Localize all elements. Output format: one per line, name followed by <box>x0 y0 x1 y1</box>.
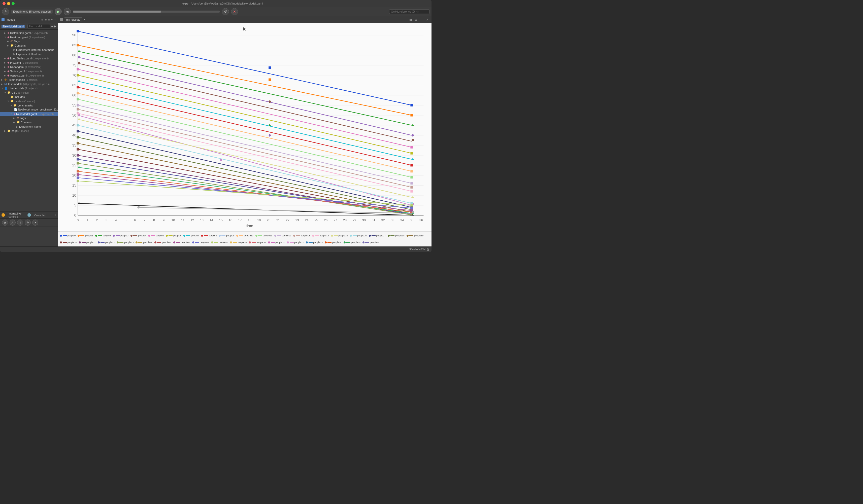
tree-item-tags[interactable]: ▶ 🏷 Tags <box>0 39 58 43</box>
tree-item-series[interactable]: ▶ ◈ Series.gaml (1 experiment) <box>0 69 58 73</box>
legend-line <box>138 242 142 243</box>
chart-container: to <box>58 23 432 231</box>
interactive-console-tab[interactable]: Interactive console <box>7 211 25 219</box>
tree-item-models-folder[interactable]: ▼ 📁 models (1 model) <box>0 99 58 103</box>
folder-icon: 📁 <box>10 95 14 99</box>
tree-item-radar[interactable]: ▶ ◈ Radar.gaml (1 experiment) <box>0 65 58 69</box>
svg-point-144 <box>138 206 140 209</box>
legend-item-people23: people23 <box>117 240 134 246</box>
display-tab[interactable]: my_display <box>64 17 83 22</box>
legend-item-people29: people29 <box>230 240 247 246</box>
legend-line <box>315 235 319 236</box>
legend-item-people36: people36 <box>362 240 379 246</box>
tree-item-exp-heatmap[interactable]: ▷ Experiment Heatmap <box>0 52 58 56</box>
maximize-button[interactable] <box>12 2 15 5</box>
tree-arrow: ▶ <box>1 79 3 81</box>
nav-fwd-btn[interactable]: ▶ <box>54 25 56 28</box>
console-icon <box>1 213 5 217</box>
tree-item-benchmarks[interactable]: ▼ 📁 benchmarks <box>0 103 58 107</box>
console-btn-a2[interactable]: A <box>10 220 16 225</box>
svg-text:25: 25 <box>72 163 76 167</box>
svg-rect-109 <box>410 182 413 184</box>
legend-line <box>409 235 413 236</box>
nav-back-btn[interactable]: ◀ <box>51 25 53 28</box>
folder-icon: 📁 <box>13 104 17 107</box>
tree-item-aspects[interactable]: ▶ ◈ Aspects.gaml (1 experiment) <box>0 73 58 78</box>
legend-item-people11: people11 <box>255 233 272 239</box>
tree-item-test-models[interactable]: ▶ ☑ Test models (20 projects, not yet ru… <box>0 82 58 86</box>
legend-item-people18: people18 <box>388 233 404 239</box>
svg-rect-80 <box>410 104 413 106</box>
tree-item-sdgd[interactable]: ▶ 📁 sdgd (1 model) <box>0 129 58 133</box>
tree-arrow: ▶ <box>4 70 7 73</box>
tree-item-new-model[interactable]: ▼ ◈ New Model.gaml (1 experiment) <box>0 112 58 116</box>
console-btn-a1[interactable]: A <box>2 220 8 225</box>
find-model-input[interactable] <box>27 24 50 28</box>
tree-item-user-models[interactable]: ▼ 👤 User models (2 projects) <box>0 86 58 90</box>
tree-item-contents[interactable]: ▶ 📁 Contents <box>0 43 58 48</box>
minimize-button[interactable] <box>7 2 10 5</box>
tree-item-new-tags[interactable]: ▶ 🏷 Tags <box>0 116 58 120</box>
legend-line <box>63 242 67 243</box>
panel-minimize-btn[interactable]: — <box>50 214 53 216</box>
sidebar-icon-3[interactable]: ⊟ <box>48 18 50 21</box>
step-button[interactable]: ⏭ <box>64 8 71 15</box>
display-layout-btn[interactable]: — <box>420 17 424 22</box>
play-button[interactable]: ▶ <box>55 8 62 15</box>
display-tab-area: my_display ✕ <box>60 17 86 22</box>
tree-item-plugin-models[interactable]: ▶ ⚙ Plugin models (9 projects) <box>0 78 58 82</box>
stop-button[interactable]: ✕ <box>231 8 238 15</box>
models-tab-label[interactable]: Models <box>5 18 16 22</box>
display-close-btn[interactable]: ✕ <box>425 17 429 22</box>
legend-line <box>82 242 86 243</box>
tree-item-includes[interactable]: 📁 includes <box>0 95 58 99</box>
tree-item-new-contents[interactable]: ▶ 📁 Contents <box>0 120 58 124</box>
console-btn-pause[interactable]: ⏸ <box>17 220 23 225</box>
legend-item-people16: people16 <box>350 233 367 239</box>
tree-arrow: ▶ <box>13 117 16 119</box>
tree-arrow: ▶ <box>7 40 10 42</box>
svg-text:7: 7 <box>143 219 145 222</box>
tree-item-exp-diff[interactable]: ▷ Experiment Different heatmaps <box>0 48 58 52</box>
tree-arrow: ▶ <box>4 130 7 132</box>
legend-dot <box>60 235 62 237</box>
tree-item-heatmap[interactable]: ▼ ◈ Heatmap.gaml (1 experiment) <box>0 35 58 39</box>
reload-button[interactable]: ↺ <box>222 8 229 15</box>
sidebar-icon-2[interactable]: ⊞ <box>44 18 47 21</box>
svg-rect-82 <box>268 78 271 81</box>
folder-icon: 📁 <box>16 120 20 124</box>
gaml-search-input[interactable] <box>389 9 429 14</box>
legend-label: people35 <box>351 241 361 244</box>
console-tab[interactable]: Console <box>33 213 46 217</box>
legend-item-people15: people15 <box>331 233 348 239</box>
sidebar-icon-4[interactable]: ≡ <box>51 18 53 21</box>
tree-item-pie[interactable]: ▶ ◈ Pie.gaml (1 experiment) <box>0 61 58 65</box>
display-filter-btn[interactable]: ⊞ <box>408 17 413 22</box>
legend-label: people26 <box>181 241 190 244</box>
close-button[interactable] <box>2 2 5 5</box>
svg-point-90 <box>78 62 80 64</box>
svg-text:90: 90 <box>72 33 76 37</box>
legend-label: people34 <box>332 241 341 244</box>
edit-button[interactable]: ✎ <box>2 8 9 15</box>
console-toolbar: A A ⏸ ↻ ✕ <box>0 219 58 227</box>
legend-dot <box>78 235 79 237</box>
console-btn-refresh[interactable]: ↻ <box>25 220 31 225</box>
console-btn-close[interactable]: ✕ <box>32 220 38 225</box>
sidebar-icon-1[interactable]: ⊡ <box>41 18 43 21</box>
tree-item-distribution[interactable]: ▶ ◈ Distribution.gaml (1 experiment) <box>0 31 58 35</box>
panel-maximize-btn[interactable]: □ <box>55 214 56 216</box>
legend-label: people24 <box>143 241 152 244</box>
tree-item-exp-name[interactable]: ▷ Experiment name <box>0 124 58 129</box>
status-bar: 304M of 460M 🗑 <box>0 246 432 252</box>
legend-line <box>80 235 84 236</box>
tree-item-long-series[interactable]: ▶ ◈ Long Series.gaml (1 experiment) <box>0 56 58 61</box>
legend-dot <box>154 242 157 243</box>
sidebar-icon-close[interactable]: ✕ <box>54 18 56 21</box>
model-file-bar: New Model.gaml ◀ ▶ <box>0 23 58 30</box>
display-grid-btn[interactable]: ⊟ <box>414 17 418 22</box>
tree-item-benchmark-csv[interactable]: 📄 NewModel_model_benchmark_2019-08-21T09… <box>0 107 58 112</box>
folder-icon: 📁 <box>10 100 14 103</box>
display-tab-close[interactable]: ✕ <box>83 18 86 21</box>
tree-item-csv[interactable]: ▼ 📁 CSV (1 model) <box>0 90 58 95</box>
